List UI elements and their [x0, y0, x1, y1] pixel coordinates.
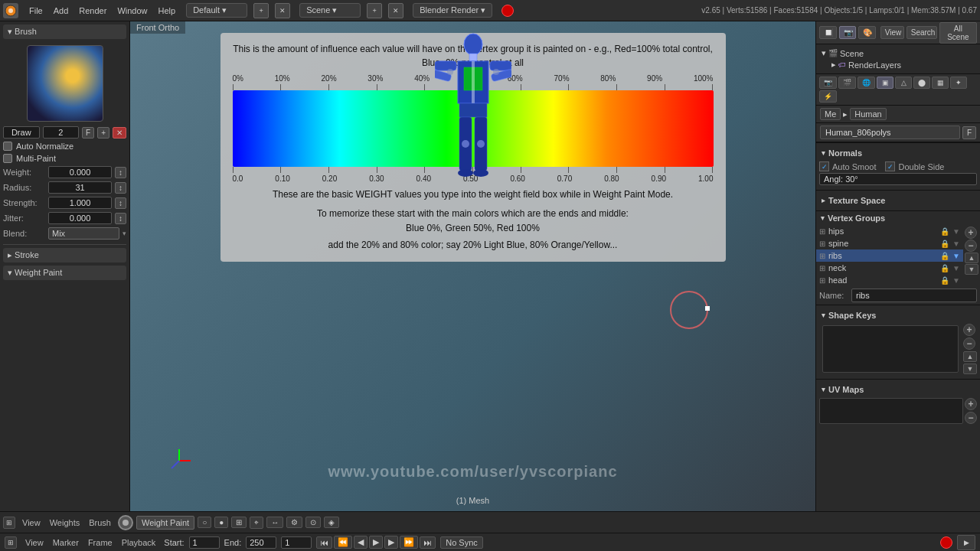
draw-f-btn[interactable]: F: [82, 127, 94, 139]
vg-item-spine[interactable]: ⊞ spine 🔒 ▼: [816, 237, 963, 249]
draw-plus-btn[interactable]: +: [97, 127, 109, 139]
layout-select[interactable]: Default ▾: [186, 3, 247, 18]
prop-icon-scene[interactable]: 🎬: [838, 77, 856, 89]
uv-map-minus-btn[interactable]: −: [965, 412, 977, 424]
menu-help[interactable]: Help: [154, 5, 181, 17]
vg-lock2-hips[interactable]: ▼: [952, 227, 960, 236]
vg-lock-neck[interactable]: 🔒: [940, 264, 949, 272]
render-engine-select[interactable]: Blender Render ▾: [413, 3, 492, 18]
tl-end-input[interactable]: [246, 536, 276, 549]
tl-frame[interactable]: Frame: [84, 536, 116, 549]
menu-window[interactable]: Window: [113, 5, 152, 17]
weight-paint-header[interactable]: ▾ Weight Paint: [3, 266, 126, 280]
draw-x-btn[interactable]: ✕: [113, 127, 126, 139]
right-icon-btn-3[interactable]: 🎨: [858, 26, 876, 39]
tl-next-frame[interactable]: ▶: [384, 536, 398, 549]
vg-lock2-ribs[interactable]: ▼: [952, 252, 960, 260]
object-name-f-btn[interactable]: F: [962, 126, 976, 139]
prop-icon-mesh[interactable]: △: [895, 77, 912, 89]
vg-up-btn[interactable]: ▲: [965, 253, 978, 263]
tl-jump-end[interactable]: ⏭: [420, 536, 436, 549]
jitter-value[interactable]: 0.000: [48, 212, 112, 224]
vg-lock-ribs[interactable]: 🔒: [940, 252, 949, 260]
object-name-input[interactable]: Human_806polys: [820, 126, 960, 139]
vg-down-btn[interactable]: ▼: [965, 264, 978, 275]
jitter-arrow[interactable]: ↕: [115, 213, 126, 224]
bt-menu-weights[interactable]: Weights: [46, 517, 84, 529]
bt-icon-proportional[interactable]: ⊙: [305, 517, 321, 528]
vg-item-head[interactable]: ⊞ head 🔒 ▼: [816, 274, 963, 286]
prop-icon-material[interactable]: ⬤: [913, 77, 930, 89]
vg-minus-btn[interactable]: −: [965, 240, 977, 252]
tl-marker[interactable]: Marker: [49, 536, 83, 549]
app-icon[interactable]: [3, 3, 18, 18]
bt-menu-view[interactable]: View: [18, 517, 44, 529]
name-input[interactable]: ribs: [851, 289, 977, 302]
bt-icon-snap[interactable]: ⌖: [250, 517, 263, 529]
scene-select[interactable]: Scene ▾: [299, 3, 361, 18]
tl-prev-frame[interactable]: ◀: [354, 536, 368, 549]
view-btn[interactable]: View: [880, 26, 904, 39]
close-icon[interactable]: ✕: [275, 3, 290, 18]
scene-plus-icon[interactable]: +: [367, 3, 382, 18]
shape-key-minus-btn[interactable]: −: [963, 337, 975, 350]
bt-icon-onion[interactable]: ◈: [324, 517, 339, 528]
human-btn[interactable]: Human: [850, 108, 886, 120]
stroke-header[interactable]: ▸ Stroke: [3, 248, 126, 262]
menu-add[interactable]: Add: [49, 5, 74, 17]
strength-value[interactable]: 1.000: [48, 197, 112, 209]
shape-key-add-btn[interactable]: +: [963, 324, 975, 336]
prop-icon-object[interactable]: ▣: [877, 77, 893, 89]
vg-item-hips[interactable]: ⊞ hips 🔒 ▼: [816, 225, 963, 237]
weight-value[interactable]: 0.000: [48, 166, 112, 178]
brush-section-header[interactable]: ▾ Brush: [3, 24, 126, 39]
tl-jump-start[interactable]: ⏮: [316, 536, 332, 549]
tl-start-input[interactable]: [189, 536, 220, 549]
draw-button[interactable]: Draw: [3, 126, 40, 139]
bt-icon-mirror[interactable]: ↔: [266, 517, 283, 528]
vertex-groups-header[interactable]: ▾ Vertex Groups: [816, 211, 980, 225]
vg-lock-spine[interactable]: 🔒: [940, 240, 949, 248]
bt-icon-circle[interactable]: ○: [198, 517, 211, 528]
prop-icon-world[interactable]: 🌐: [858, 77, 875, 89]
tl-anim-btn[interactable]: ▶: [957, 535, 975, 550]
auto-normalize-checkbox[interactable]: [3, 142, 12, 151]
uv-map-add-btn[interactable]: +: [965, 398, 977, 410]
scene-close-icon[interactable]: ✕: [388, 3, 403, 18]
right-icon-btn-1[interactable]: 🔲: [819, 26, 837, 39]
vg-item-neck[interactable]: ⊞ neck 🔒 ▼: [816, 262, 963, 274]
prop-icon-particles[interactable]: ✦: [950, 77, 967, 89]
radius-value[interactable]: 31: [48, 181, 112, 194]
shape-key-up-btn[interactable]: ▲: [963, 351, 977, 362]
bt-icon-1[interactable]: ⊞: [3, 517, 15, 529]
tl-record-btn[interactable]: [940, 536, 952, 549]
texture-space-header[interactable]: ▸ Texture Space: [819, 194, 977, 207]
draw-value[interactable]: 2: [43, 126, 80, 139]
blend-select[interactable]: Mix: [48, 227, 119, 240]
tl-next-keyframe[interactable]: ⏩: [400, 536, 418, 549]
vg-lock-hips[interactable]: 🔒: [940, 227, 949, 236]
tl-icon[interactable]: ⊞: [5, 536, 17, 549]
bt-icon-grid[interactable]: ⊞: [231, 517, 247, 528]
shape-key-down-btn[interactable]: ▼: [963, 364, 977, 374]
tl-playback[interactable]: Playback: [118, 536, 160, 549]
normals-header[interactable]: ▾ Normals: [819, 146, 977, 160]
tl-prev-keyframe[interactable]: ⏪: [334, 536, 352, 549]
all-scene-btn[interactable]: All Scene: [939, 22, 977, 44]
tl-play[interactable]: ▶: [369, 536, 383, 549]
scene-expand-icon[interactable]: ▾: [822, 48, 826, 58]
uv-maps-header[interactable]: ▾ UV Maps: [819, 383, 977, 396]
vg-item-ribs[interactable]: ⊞ ribs 🔒 ▼: [816, 249, 963, 262]
bt-icon-props[interactable]: ⚙: [286, 517, 302, 528]
vg-add-btn[interactable]: +: [965, 227, 977, 239]
tl-current-frame[interactable]: [281, 536, 312, 549]
vg-lock2-head[interactable]: ▼: [952, 276, 960, 285]
tl-view[interactable]: View: [21, 536, 47, 549]
prop-icon-render[interactable]: 📷: [819, 77, 837, 89]
bt-icon-dot[interactable]: ●: [214, 517, 228, 528]
search-btn[interactable]: Search: [906, 26, 937, 39]
tl-sync-select[interactable]: No Sync: [440, 536, 483, 549]
vg-lock2-neck[interactable]: ▼: [952, 264, 960, 272]
prop-icon-physics[interactable]: ⚡: [819, 90, 837, 103]
vg-lock-head[interactable]: 🔒: [940, 276, 949, 285]
